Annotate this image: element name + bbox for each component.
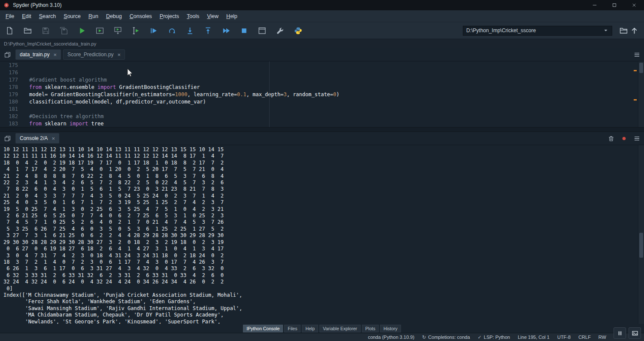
python-env-icon	[294, 26, 303, 35]
pane-tab-plots[interactable]: Plots	[362, 325, 379, 332]
line-number: 175	[0, 62, 18, 69]
save-file-button[interactable]	[40, 25, 51, 36]
parent-directory-button[interactable]	[629, 25, 640, 36]
menu-projects[interactable]: Projects	[156, 12, 183, 21]
open-file-button[interactable]	[22, 25, 33, 36]
minimize-icon	[592, 3, 597, 8]
run-selection-button[interactable]	[131, 25, 141, 36]
tab-label: Console 2/A	[20, 135, 48, 141]
close-tab-icon[interactable]: ×	[53, 52, 57, 58]
statusbar: conda (Python 3.10.9)↻Completions: conda…	[0, 333, 644, 341]
line-number: 180	[0, 98, 18, 106]
step-return-button[interactable]	[203, 25, 213, 36]
line-number: 178	[0, 84, 18, 91]
corner-buttons	[614, 327, 641, 339]
editor-options-button[interactable]	[632, 50, 641, 59]
code-line-181	[29, 106, 340, 113]
menu-run[interactable]: Run	[85, 12, 102, 21]
save-all-icon	[59, 26, 68, 35]
code-line-182: #Decision tree algorithm	[29, 113, 340, 120]
pane-tab-ipython-console[interactable]: IPython Console	[243, 325, 283, 332]
step-over-button[interactable]	[167, 25, 177, 36]
close-tab-icon[interactable]: ×	[117, 52, 121, 58]
breadcrumb-path: D:\Python_Imp\Cricket_sscore\data_train.…	[4, 41, 96, 46]
plots-panel-button[interactable]	[629, 327, 641, 339]
statusbar-text: LSP: Python	[484, 335, 510, 340]
menu-tools[interactable]: Tools	[183, 12, 203, 21]
run-cell-advance-button[interactable]	[112, 25, 123, 36]
menu-view[interactable]: View	[203, 12, 222, 21]
browse-tabs-button[interactable]	[3, 50, 12, 59]
pause-button[interactable]	[614, 327, 626, 339]
run-cell-advance-icon	[113, 26, 122, 35]
console-tab-console-2-a[interactable]: Console 2/A×	[15, 133, 59, 143]
stop-debugging-button[interactable]	[239, 25, 249, 36]
hamburger-menu-icon	[633, 135, 641, 142]
menu-file[interactable]: File	[2, 12, 18, 21]
run-file-icon	[77, 26, 86, 35]
menubar: FileEditSearchSourceRunDebugConsolesProj…	[0, 10, 644, 22]
console-pane: Console 2/A× 10 12 11 11 12 12 13 11 10 …	[0, 132, 644, 324]
window-controls	[585, 0, 644, 10]
python-env-button[interactable]	[293, 25, 304, 36]
code-editor[interactable]: 175176177178179180181182183 #Gradient bo…	[0, 61, 644, 127]
sync-icon: ↻	[422, 335, 426, 340]
browse-tabs-icon	[4, 135, 11, 142]
titlebar: Spyder (Python 3.10)	[0, 0, 644, 10]
statusbar-completions: ↻Completions: conda	[422, 335, 470, 340]
menu-consoles[interactable]: Consoles	[126, 12, 156, 21]
new-file-button[interactable]	[4, 25, 15, 36]
menu-source[interactable]: Source	[60, 12, 85, 21]
console-tabbar: Console 2/A×	[0, 132, 644, 145]
continue-execution-button[interactable]	[221, 25, 231, 36]
tab-label: Score_Prediction.py	[67, 52, 113, 58]
folder-icon	[619, 26, 628, 35]
pane-tab-files[interactable]: Files	[284, 325, 301, 332]
console-scrollbar[interactable]	[638, 145, 644, 324]
menu-debug[interactable]: Debug	[102, 12, 126, 21]
open-file-icon	[23, 26, 32, 35]
close-button[interactable]	[624, 0, 644, 10]
console-tabs: Console 2/A×	[15, 133, 59, 143]
menu-help[interactable]: Help	[222, 12, 241, 21]
remove-console-button[interactable]	[606, 134, 616, 143]
scrollbar-handle[interactable]	[639, 63, 643, 73]
pane-tab-variable-explorer[interactable]: Variable Explorer	[319, 325, 361, 332]
pane-tab-help[interactable]: Help	[302, 325, 318, 332]
pane-tab-history[interactable]: History	[380, 325, 401, 332]
new-file-icon	[5, 26, 14, 35]
pane-splitter[interactable]	[0, 127, 644, 132]
arrow-up-icon	[630, 26, 639, 35]
run-cell-button[interactable]	[94, 25, 105, 36]
save-all-button[interactable]	[58, 25, 69, 36]
minimize-button[interactable]	[585, 0, 605, 10]
console-options-button[interactable]	[632, 134, 641, 143]
maximize-pane-button[interactable]	[257, 25, 267, 36]
menu-search[interactable]: Search	[35, 12, 60, 21]
statusbar-text: UTF-8	[557, 335, 571, 340]
browse-directory-button[interactable]	[618, 25, 629, 36]
menu-edit[interactable]: Edit	[18, 12, 35, 21]
preferences-button[interactable]	[275, 25, 286, 36]
run-file-button[interactable]	[76, 25, 87, 36]
step-into-icon	[185, 26, 194, 35]
editor-tab-data-train-py[interactable]: data_train.py×	[15, 49, 61, 60]
step-into-button[interactable]	[185, 25, 195, 36]
console-body[interactable]: 10 12 11 11 12 12 13 11 10 14 10 14 13 1…	[0, 145, 644, 324]
editor-tab-score-prediction-py[interactable]: Score_Prediction.py×	[63, 49, 125, 60]
working-directory-combobox[interactable]: D:\Python_Imp\Cricket_sscore	[463, 26, 612, 36]
code-line-177: #Gradient boost algorithm	[29, 76, 340, 84]
maximize-button[interactable]	[605, 0, 624, 10]
scrollbar-handle[interactable]	[639, 233, 643, 258]
close-tab-icon[interactable]: ×	[52, 136, 55, 141]
step-over-icon	[167, 26, 176, 35]
code-area[interactable]: #Gradient boost algorithmfrom sklearn.en…	[24, 61, 340, 127]
line-number: 179	[0, 91, 18, 98]
line-number: 181	[0, 106, 18, 113]
console-output[interactable]: 10 12 11 11 12 12 13 11 10 14 10 14 13 1…	[0, 145, 644, 324]
interrupt-kernel-button[interactable]	[619, 134, 629, 143]
editor-scrollbar[interactable]	[638, 61, 644, 127]
browse-console-tabs-button[interactable]	[3, 134, 12, 143]
debug-file-button[interactable]	[149, 25, 159, 36]
statusbar-environment: conda (Python 3.10.9)	[368, 335, 414, 340]
